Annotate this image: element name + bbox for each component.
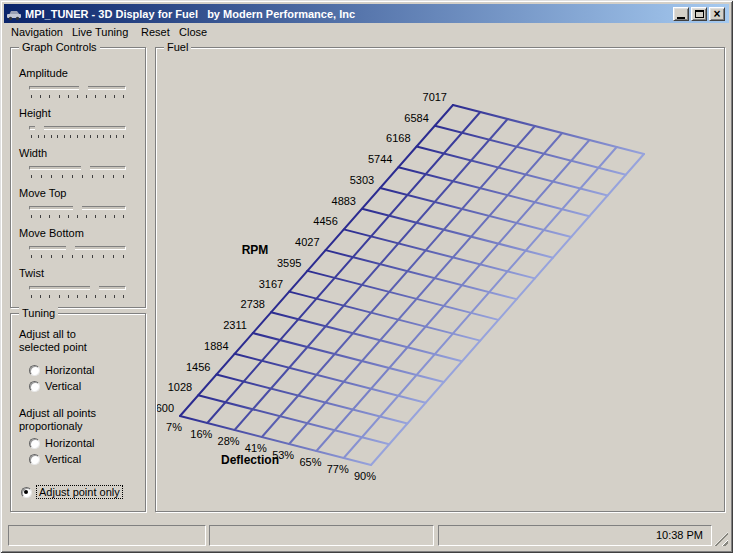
app-car-icon [6, 6, 22, 22]
tick-mark [64, 135, 65, 138]
tick-mark [38, 135, 39, 138]
tick-mark [110, 135, 111, 138]
adjust-all-to-label: Adjust all to selected point [19, 328, 87, 354]
deflection-tick-label: 90% [354, 470, 376, 482]
rpm-tick-label: 4027 [295, 236, 319, 248]
graph-controls-title: Graph Controls [19, 41, 100, 54]
slider-thumb[interactable] [35, 121, 44, 135]
slider-track[interactable] [29, 86, 126, 90]
fuel-mesh-chart[interactable]: 6001028145618842311273831673595402744564… [157, 49, 725, 512]
status-bar: 10:38 PM [3, 520, 730, 550]
menu-item-close[interactable]: Close [177, 25, 209, 39]
tick-mark [49, 215, 50, 218]
maximize-button[interactable] [691, 7, 707, 21]
tick-mark [84, 135, 85, 138]
tick-mark [77, 295, 78, 298]
rpm-tick-label: 4456 [313, 215, 337, 227]
radio-horizontal[interactable] [29, 438, 40, 449]
radio-horizontal[interactable] [29, 365, 40, 376]
titlebar: MPI_TUNER - 3D Display for Fuel by Moder… [4, 4, 729, 23]
tick-mark [72, 175, 73, 178]
rpm-tick-label: 1028 [168, 381, 192, 393]
tick-mark [86, 95, 87, 98]
slider-thumb[interactable] [81, 161, 90, 175]
slider-amplitude: Amplitude [19, 64, 141, 102]
minimize-button[interactable] [673, 7, 689, 21]
rpm-axis-title: RPM [242, 243, 269, 257]
tick-mark [68, 215, 69, 218]
tick-mark [59, 95, 60, 98]
status-panel-2 [209, 525, 434, 546]
slider-label: Move Bottom [19, 227, 84, 239]
rpm-tick-label: 7017 [423, 91, 447, 103]
graph-controls-group: Graph Controls Amplitude Height Width Mo… [10, 47, 146, 308]
radio-row-sec1-horizontal[interactable]: Horizontal [29, 365, 139, 378]
radio-label: Vertical [45, 453, 81, 465]
menu-item-navigation[interactable]: Navigation [9, 25, 65, 39]
radio-label: Horizontal [45, 364, 95, 376]
tick-mark [77, 135, 78, 138]
tick-mark [116, 135, 117, 138]
deflection-tick-label: 7% [166, 421, 182, 433]
slider-track[interactable] [29, 286, 126, 290]
tick-mark [70, 135, 71, 138]
deflection-axis-title: Deflection [221, 453, 279, 467]
tick-mark [92, 255, 93, 258]
radio-row-sec2-vertical[interactable]: Vertical [29, 454, 139, 467]
tick-mark [114, 295, 115, 298]
slider-width: Width [19, 144, 141, 182]
slider-thumb[interactable] [66, 241, 75, 255]
adjust-all-points-label: Adjust all points proportionaly [19, 407, 96, 433]
tick-mark [105, 95, 106, 98]
radio-row-sec2-horizontal[interactable]: Horizontal [29, 438, 139, 451]
radio-label: Horizontal [45, 437, 95, 449]
tick-mark [82, 175, 83, 178]
slider-label: Twist [19, 267, 44, 279]
rpm-tick-label: 4883 [332, 195, 356, 207]
resize-grip-icon[interactable] [714, 532, 728, 546]
slider-ticks [31, 255, 124, 258]
close-icon: × [713, 9, 720, 19]
tick-mark [62, 255, 63, 258]
app-window: MPI_TUNER - 3D Display for Fuel by Moder… [0, 0, 733, 553]
slider-thumb[interactable] [73, 201, 82, 215]
radio-label: Vertical [45, 380, 81, 392]
slider-ticks [31, 95, 124, 98]
slider-ticks [31, 175, 124, 178]
tick-mark [90, 135, 91, 138]
tick-mark [77, 215, 78, 218]
radio-row-adjust-point-only[interactable]: Adjust point only [21, 487, 141, 500]
rpm-tick-label: 2738 [241, 298, 265, 310]
slider-height: Height [19, 104, 141, 142]
rpm-tick-label: 1884 [204, 340, 228, 352]
menu-item-reset[interactable]: Reset [139, 25, 172, 39]
rpm-tick-label: 3167 [259, 278, 283, 290]
rpm-tick-label: 3595 [277, 257, 301, 269]
slider-track[interactable] [29, 166, 126, 170]
tick-mark [123, 95, 124, 98]
radio-adjust-point-only[interactable] [21, 487, 32, 498]
slider-track[interactable] [29, 246, 126, 250]
deflection-tick-label: 65% [299, 456, 321, 468]
maximize-icon [695, 10, 704, 18]
tick-mark [86, 215, 87, 218]
radio-row-sec1-vertical[interactable]: Vertical [29, 381, 139, 394]
menu-item-live-tuning[interactable]: Live Tuning [70, 25, 130, 39]
rpm-tick-label: 1456 [186, 361, 210, 373]
slider-thumb[interactable] [90, 281, 99, 295]
radio-vertical[interactable] [29, 454, 40, 465]
status-panel-1 [8, 525, 206, 546]
slider-thumb[interactable] [79, 81, 88, 95]
tick-mark [123, 255, 124, 258]
tick-mark [92, 175, 93, 178]
slider-label: Move Top [19, 187, 67, 199]
tick-mark [49, 295, 50, 298]
tick-mark [40, 95, 41, 98]
tuning-title: Tuning [19, 307, 58, 320]
close-button[interactable]: × [709, 7, 725, 21]
tick-mark [68, 295, 69, 298]
tick-mark [72, 255, 73, 258]
tick-mark [103, 135, 104, 138]
slider-ticks [31, 215, 124, 218]
radio-vertical[interactable] [29, 381, 40, 392]
